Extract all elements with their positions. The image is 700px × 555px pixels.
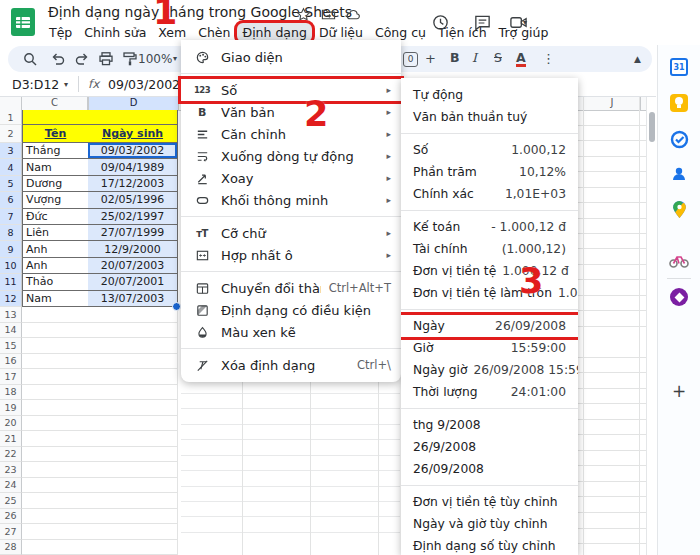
cell-D15[interactable]	[88, 338, 178, 354]
cell-C14[interactable]	[22, 323, 91, 339]
cell-D25[interactable]	[88, 493, 178, 509]
redo-icon[interactable]	[74, 51, 90, 67]
menubar-item-chen[interactable]: Chèn	[193, 23, 235, 42]
cell-C19[interactable]	[22, 400, 91, 416]
cell-D14[interactable]	[88, 323, 178, 339]
keep-icon[interactable]	[669, 93, 689, 113]
row-header-17[interactable]: 17	[0, 369, 22, 385]
row-header-21[interactable]: 21	[0, 431, 22, 447]
row-header-23[interactable]: 23	[0, 462, 22, 478]
cell-D5[interactable]: 17/12/2003	[88, 176, 178, 192]
text-color-icon[interactable]: A	[516, 51, 526, 67]
cell-C4[interactable]: Nam	[22, 159, 92, 175]
italic-icon[interactable]: I	[472, 50, 477, 65]
row-header-20[interactable]: 20	[0, 416, 22, 432]
cell-C5[interactable]: Dương	[22, 176, 92, 192]
fill-handle[interactable]	[172, 302, 181, 311]
cell-C8[interactable]: Liên	[22, 225, 92, 241]
number-format-item-on-vi-tien-te-lam-tron[interactable]: Đơn vị tiền tệ làm tròn1.000 đ	[401, 282, 578, 304]
cell-D11[interactable]: 20/07/2001	[88, 274, 178, 290]
row-header-14[interactable]: 14	[0, 323, 22, 339]
row-header-5[interactable]: 5	[0, 176, 22, 192]
row-header-13[interactable]: 13	[0, 307, 22, 323]
vertical-scrollbar[interactable]	[646, 96, 657, 555]
cell-D21[interactable]	[88, 431, 178, 447]
add-addon-icon[interactable]: +	[669, 381, 689, 401]
number-format-item-inh-dang-so-tuy-chinh[interactable]: Định dạng số tùy chỉnh	[401, 535, 578, 555]
cell-C2[interactable]: Tên	[22, 125, 89, 143]
cell-C25[interactable]	[22, 493, 91, 509]
row-header-8[interactable]: 8	[0, 225, 22, 241]
column-header-j[interactable]: J	[583, 96, 641, 110]
cell-D12[interactable]: 13/07/2003	[88, 291, 178, 307]
cell-D10[interactable]: 20/07/2003	[88, 258, 178, 274]
paint-format-icon[interactable]	[122, 51, 138, 67]
number-format-item-phan-tram[interactable]: Phần trăm10,12%	[401, 161, 578, 183]
format-menu-item-xoay[interactable]: Xoay▸	[181, 167, 401, 189]
search-icon[interactable]	[22, 51, 38, 67]
menubar-item-cong-cu[interactable]: Công cụ	[370, 23, 431, 42]
star-icon[interactable]	[296, 7, 311, 22]
cell-C22[interactable]	[22, 447, 91, 463]
row-header-2[interactable]: 2	[0, 125, 22, 143]
collapse-toolbar-icon[interactable]: ▲	[634, 54, 641, 64]
cell-D8[interactable]: 27/07/1999	[88, 225, 178, 241]
cell-C7[interactable]: Đức	[22, 209, 92, 225]
row-header-9[interactable]: 9	[0, 241, 22, 257]
format-menu-item-hop-nhat-o[interactable]: Hợp nhất ô▸	[181, 244, 401, 266]
row-header-18[interactable]: 18	[0, 385, 22, 401]
cell-D3[interactable]: 09/03/2002	[88, 143, 178, 159]
name-box[interactable]: D3:D12	[12, 77, 59, 92]
number-format-item-chinh-xac[interactable]: Chính xác1,01E+03	[401, 183, 578, 205]
cell-D6[interactable]: 02/05/1996	[88, 192, 178, 208]
row-header-27[interactable]: 27	[0, 524, 22, 540]
column-header-c[interactable]: C	[22, 96, 88, 110]
contacts-icon[interactable]	[669, 164, 689, 184]
move-folder-icon[interactable]	[321, 7, 336, 22]
cell-C12[interactable]: Nam	[22, 291, 92, 307]
number-format-item-26-09-2008[interactable]: 26/09/2008	[401, 458, 578, 480]
cell-C16[interactable]	[22, 354, 91, 370]
menubar-item-du-lieu[interactable]: Dữ liệu	[314, 23, 368, 42]
cell-C3[interactable]: Thắng	[22, 143, 92, 159]
row-header-24[interactable]: 24	[0, 478, 22, 494]
format-menu-item-giao-dien[interactable]: Giao diện	[181, 46, 401, 68]
cell-C23[interactable]	[22, 462, 91, 478]
cell-C21[interactable]	[22, 431, 91, 447]
cell-D4[interactable]: 09/04/1989	[88, 159, 178, 175]
cell-D7[interactable]: 25/02/1997	[88, 209, 178, 225]
format-menu-item-can-chinh[interactable]: Căn chỉnh▸	[181, 123, 401, 145]
cell-D17[interactable]	[88, 369, 178, 385]
format-menu-item-inh-dang-co-ieu-kien[interactable]: Định dạng có điều kiện	[181, 299, 401, 321]
cell-C11[interactable]: Thảo	[22, 274, 92, 290]
decrease-decimal-icon[interactable]: 0	[403, 52, 418, 67]
row-header-3[interactable]: 3	[0, 143, 22, 159]
cell-D24[interactable]	[88, 478, 178, 494]
cell-D1[interactable]	[88, 110, 178, 125]
undo-icon[interactable]	[50, 51, 66, 67]
cell-C6[interactable]: Vượng	[22, 192, 92, 208]
cell-C13[interactable]	[22, 307, 91, 323]
cell-D22[interactable]	[88, 447, 178, 463]
cell-D18[interactable]	[88, 385, 178, 401]
row-header-19[interactable]: 19	[0, 400, 22, 416]
format-menu-item-so[interactable]: 123Số▸	[181, 79, 401, 101]
number-format-item-tu-ong[interactable]: Tự động	[401, 84, 578, 106]
format-menu-item-xuong-dong-tu-ong[interactable]: Xuống dòng tự động▸	[181, 145, 401, 167]
number-format-item-on-vi-tien-te-tuy-chinh[interactable]: Đơn vị tiền tệ tùy chỉnh	[401, 491, 578, 513]
cell-C18[interactable]	[22, 385, 91, 401]
strava-icon[interactable]	[669, 251, 689, 271]
cell-C10[interactable]: Anh	[22, 258, 92, 274]
format-menu-item-co-chu[interactable]: ᴛTCỡ chữ▸	[181, 222, 401, 244]
maps-icon[interactable]	[669, 199, 689, 219]
cell-D16[interactable]	[88, 354, 178, 370]
cell-D20[interactable]	[88, 416, 178, 432]
number-format-item-thg-9-2008[interactable]: thg 9/2008	[401, 414, 578, 436]
cell-D9[interactable]: 12/9/2000	[88, 241, 178, 257]
cell-C20[interactable]	[22, 416, 91, 432]
bold-icon[interactable]: B	[450, 50, 460, 65]
menubar-item-tep[interactable]: Tệp	[44, 23, 77, 42]
cell-C27[interactable]	[22, 524, 91, 540]
row-header-7[interactable]: 7	[0, 209, 22, 225]
format-menu-item-mau-xen-ke[interactable]: Màu xen kẽ	[181, 321, 401, 343]
